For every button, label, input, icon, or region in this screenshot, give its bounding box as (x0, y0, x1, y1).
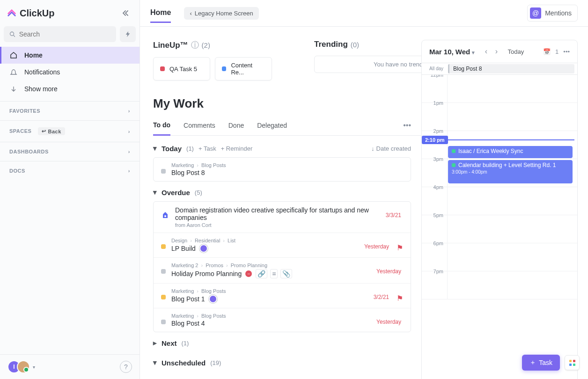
user-avatar-photo[interactable] (17, 360, 30, 373)
new-task-fab[interactable]: ＋ Task (522, 355, 560, 371)
avatar-stack[interactable]: I (7, 360, 30, 373)
flag-icon[interactable]: ⚑ (397, 243, 403, 252)
home-icon (9, 51, 18, 59)
attachment-icon[interactable]: 📎 (280, 269, 292, 278)
info-icon[interactable]: ⓘ (191, 40, 199, 51)
task-body: Marketing› Blog Posts Blog Post 1 (171, 288, 368, 303)
main: Home ‹ Legacy Home Screen @ Mentions Lin… (140, 0, 588, 379)
status-square[interactable] (161, 169, 166, 174)
next-day-button[interactable]: › (492, 47, 501, 56)
link-icon[interactable]: 🔗 (256, 269, 267, 278)
tab-delegated[interactable]: Delegated (257, 122, 287, 135)
caret-down-icon[interactable]: ▾ (153, 188, 157, 197)
allday-event[interactable]: Blog Post 8 (448, 64, 574, 73)
add-reminder-link[interactable]: + Reminder (221, 145, 253, 152)
tab-more-button[interactable]: ••• (403, 121, 411, 135)
prev-day-button[interactable]: ‹ (481, 47, 491, 56)
status-dot (222, 66, 226, 71)
tab-comments[interactable]: Comments (184, 122, 215, 135)
tab-done[interactable]: Done (228, 122, 244, 135)
hour-label: 5pm (422, 211, 447, 239)
status-square[interactable] (161, 295, 166, 299)
task-row[interactable]: Design› Residential› List LP Build Yeste… (154, 233, 411, 258)
clickup-logo-icon (7, 8, 17, 18)
help-button[interactable]: ? (120, 361, 132, 373)
mentions-button[interactable]: @ Mentions (527, 5, 578, 22)
lightning-icon (125, 31, 131, 37)
breadcrumb: Marketing 2› Promos› Promo Planning (171, 262, 371, 268)
calendar-event[interactable]: Calendar building + Level Setting Rd. 1 … (448, 160, 573, 183)
status-dot (160, 66, 165, 71)
task-title: Holiday Promo Planning – 🔗 ≡ 📎 (171, 269, 371, 278)
legacy-home-button[interactable]: ‹ Legacy Home Screen (184, 7, 258, 20)
more-button[interactable]: ••• (563, 48, 570, 55)
page-title: Home (150, 8, 171, 23)
tab-todo[interactable]: To do (153, 121, 170, 136)
sort-button[interactable]: ↓ Date created (371, 145, 411, 152)
calendar-date[interactable]: Mar 10, Wed ▾ (429, 48, 475, 56)
apps-fab[interactable] (565, 355, 580, 370)
hour-label: 7pm (422, 268, 447, 295)
assignee-avatar[interactable] (209, 295, 217, 303)
group-header-today: ▾ Today (1) + Task + Reminder ↓ Date cre… (153, 144, 421, 153)
priority-badge[interactable]: – (245, 270, 252, 277)
trending-title: Trending (0) (314, 40, 421, 49)
svg-line-1 (14, 35, 15, 36)
nav-label: Show more (24, 85, 58, 93)
task-date: Yesterday (364, 243, 389, 250)
list-icon[interactable]: ≡ (270, 269, 278, 278)
lineup-chip[interactable]: Content Re... (215, 57, 272, 80)
group-header-next: ▸ Next (1) (153, 339, 421, 347)
back-pill[interactable]: ↩ Back (38, 127, 65, 135)
nav-item-show-more[interactable]: Show more (0, 80, 140, 97)
status-square[interactable] (161, 320, 166, 324)
task-row[interactable]: Marketing› Blog Posts Blog Post 4 Yester… (154, 308, 411, 332)
section-dashboards[interactable]: DASHBOARDS › (0, 142, 140, 161)
chevron-left-icon: ‹ (190, 10, 191, 17)
caret-down-icon[interactable]: ▾ (153, 358, 157, 367)
task-date: Yesterday (376, 319, 401, 325)
flag-icon[interactable]: ⚑ (397, 294, 403, 303)
lineup-block: LineUp™ ⓘ (2) QA Task 5 Content Re... (153, 40, 272, 80)
section-favorites[interactable]: FAVORITES › (0, 102, 140, 120)
ai-button[interactable] (120, 26, 136, 42)
nav-list: Home Notifications Show more (0, 47, 140, 101)
task-row[interactable]: Domain registration video creative speci… (154, 202, 411, 233)
today-button[interactable]: Today (507, 48, 524, 55)
content: LineUp™ ⓘ (2) QA Task 5 Content Re... (140, 27, 588, 379)
logo[interactable]: ClickUp (7, 8, 54, 19)
calendar-event[interactable]: Isaac / Erica Weekly Sync (448, 146, 573, 158)
assignee-avatar[interactable] (199, 244, 208, 253)
task-row[interactable]: Marketing› Blog Posts Blog Post 1 3/2/21… (154, 284, 411, 308)
now-indicator: 2:10 pm (422, 136, 574, 144)
hour-label: 3pm (422, 155, 447, 183)
section-docs[interactable]: DOCS › (0, 161, 140, 180)
nav-item-home[interactable]: Home (0, 47, 140, 64)
calendar-count: 1 (555, 48, 559, 55)
search-box[interactable] (4, 26, 116, 42)
section-spaces[interactable]: SPACES ↩ Back › (0, 121, 140, 142)
collapse-sidebar-button[interactable] (119, 7, 132, 20)
task-row[interactable]: Marketing 2› Promos› Promo Planning Holi… (154, 258, 411, 284)
breadcrumb: Marketing› Blog Posts (171, 288, 368, 294)
mywork-title: My Work (153, 96, 421, 111)
add-task-link[interactable]: + Task (198, 145, 216, 152)
task-row[interactable]: Marketing› Blog Posts Blog Post 8 (154, 158, 411, 181)
lineup-chip[interactable]: QA Task 5 (153, 57, 210, 80)
search-input[interactable] (19, 30, 110, 38)
calendar-icon[interactable]: 📅 (543, 48, 551, 55)
task-date: 3/2/21 (374, 294, 389, 300)
caret-right-icon[interactable]: ▸ (153, 339, 157, 347)
task-list-overdue: Domain registration video creative speci… (153, 201, 411, 332)
breadcrumb: Marketing› Blog Posts (171, 162, 403, 168)
calendar-grid[interactable]: 12pm 1pm 2pm 3pm 4pm 5pm 6pm 7pm 2:10 pm… (422, 75, 577, 379)
nav-item-notifications[interactable]: Notifications (0, 64, 140, 80)
status-square[interactable] (161, 244, 166, 249)
calendar-panel: Mar 10, Wed ▾ ‹ › Today 📅 1 ••• All day (421, 40, 578, 379)
caret-down-icon[interactable]: ▾ (153, 144, 157, 153)
task-from: from Aaron Cort (175, 222, 380, 228)
status-square[interactable] (161, 269, 166, 274)
chevron-down-icon[interactable]: ▾ (33, 364, 35, 370)
event-time: 3:00pm - 4:00pm (452, 169, 569, 175)
hour-label: 6pm (422, 240, 447, 267)
